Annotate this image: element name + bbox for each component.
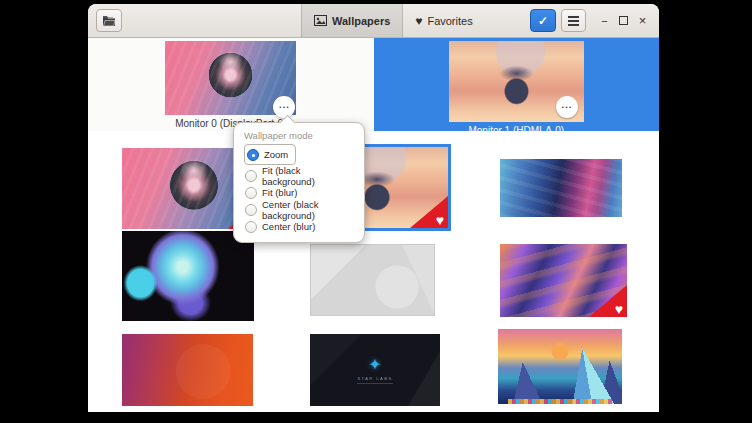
maximize-button[interactable] — [616, 9, 631, 32]
monitor-0-cell[interactable]: ••• Monitor 0 (DisplayPort-0) — [88, 38, 374, 131]
monitor-1-more-button[interactable]: ••• — [556, 96, 578, 118]
minimize-button[interactable]: − — [597, 9, 612, 32]
more-dots-icon: ••• — [279, 104, 290, 110]
wallpaper-thumbnail-star-labs[interactable]: ✦ STAR LABS — [310, 334, 440, 406]
radio-fit-black-label: Fit (black background) — [262, 165, 355, 187]
open-folder-button[interactable] — [96, 9, 122, 32]
radio-selected-icon — [247, 149, 259, 161]
wallpaper-thumbnail-silk-waves[interactable]: ♥ — [500, 244, 627, 317]
radio-center-black-label: Center (black background) — [262, 199, 355, 221]
image-icon — [314, 15, 327, 26]
wallpaper-thumbnail-orange-gradient[interactable] — [122, 334, 253, 406]
app-window: Wallpapers ♥ Favorites ✓ − × — [88, 4, 659, 412]
menu-button[interactable] — [561, 9, 586, 32]
popover-title: Wallpaper mode — [244, 130, 355, 141]
hamburger-icon — [568, 16, 579, 26]
radio-icon — [245, 187, 257, 199]
apply-button[interactable]: ✓ — [530, 9, 556, 32]
radio-zoom[interactable]: Zoom — [244, 144, 296, 165]
heart-icon: ♥ — [415, 15, 422, 27]
minimize-icon: − — [601, 15, 607, 27]
maximize-icon — [619, 16, 628, 25]
radio-icon — [245, 170, 257, 182]
star-labs-caption: STAR LABS — [357, 376, 392, 384]
tab-favorites-label: Favorites — [427, 15, 472, 27]
monitor-strip: ••• Monitor 0 (DisplayPort-0) ••• Monito… — [88, 38, 659, 131]
radio-fit-blur-label: Fit (blur) — [262, 187, 297, 198]
wallpaper-thumbnail-gray-abstract[interactable] — [310, 244, 435, 316]
radio-icon — [245, 204, 257, 216]
wallpaper-mode-popover: Wallpaper mode Zoom Fit (black backgroun… — [233, 122, 365, 243]
heart-icon: ♥ — [436, 213, 444, 227]
wallpaper-thumbnail-painted-clouds[interactable] — [500, 159, 622, 217]
monitor-1-cell[interactable]: ••• Monitor 1 (HDMI-A-0) — [374, 38, 660, 131]
tab-favorites[interactable]: ♥ Favorites — [403, 4, 484, 37]
view-switcher: Wallpapers ♥ Favorites — [301, 4, 485, 37]
wallpaper-thumbnail-mountains[interactable] — [498, 329, 622, 404]
radio-fit-black[interactable]: Fit (black background) — [245, 167, 355, 184]
monitor-0-more-button[interactable]: ••• — [273, 96, 295, 118]
monitor-1-preview: ••• — [449, 41, 584, 122]
headerbar-actions: ✓ − × — [530, 4, 650, 37]
folder-open-icon — [102, 15, 116, 27]
radio-center-blur-label: Center (blur) — [262, 221, 315, 232]
heart-icon: ♥ — [615, 302, 623, 316]
radio-zoom-label: Zoom — [264, 149, 288, 160]
close-icon: × — [639, 13, 647, 28]
monitor-0-preview: ••• — [165, 41, 296, 115]
tab-wallpapers[interactable]: Wallpapers — [301, 4, 403, 37]
radio-center-black[interactable]: Center (black background) — [245, 201, 355, 218]
wallpaper-thumbnail-ink[interactable] — [122, 231, 254, 321]
more-dots-icon: ••• — [562, 104, 573, 110]
favorite-badge: ♥ — [410, 196, 448, 228]
wallpaper-grid: ♥ ♥ ♥ ✦ STAR LABS — [88, 131, 659, 412]
radio-center-blur[interactable]: Center (blur) — [245, 218, 355, 235]
star-icon: ✦ — [368, 357, 381, 373]
radio-icon — [245, 221, 257, 233]
favorite-badge: ♥ — [589, 285, 627, 317]
close-button[interactable]: × — [635, 9, 650, 32]
headerbar: Wallpapers ♥ Favorites ✓ − × — [88, 4, 659, 38]
tab-wallpapers-label: Wallpapers — [332, 15, 390, 27]
checkmark-icon: ✓ — [538, 14, 548, 28]
